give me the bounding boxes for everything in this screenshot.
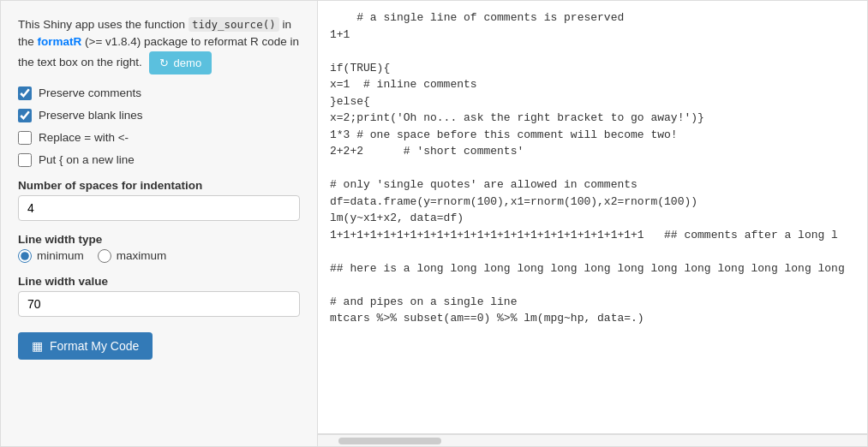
line-width-value-label: Line width value	[18, 275, 300, 288]
right-panel: # a single line of comments is preserved…	[318, 1, 867, 446]
radio-maximum[interactable]: maximum	[98, 249, 167, 263]
checkbox-put-brace[interactable]: Put { on a new line	[18, 153, 300, 167]
checkbox-preserve-blank[interactable]: Preserve blank lines	[18, 109, 300, 122]
checkbox-replace-equals-label: Replace = with <-	[39, 131, 129, 144]
radio-minimum[interactable]: minimum	[18, 249, 84, 263]
demo-label: demo	[174, 57, 202, 69]
app-container: This Shiny app uses the function tidy_so…	[0, 0, 868, 447]
line-width-type-section: Line width type minimum maximum	[18, 233, 300, 263]
radio-group: minimum maximum	[18, 249, 300, 263]
checkbox-put-brace-label: Put { on a new line	[39, 153, 135, 166]
horizontal-scrollbar[interactable]	[338, 438, 441, 444]
indentation-label: Number of spaces for indentation	[18, 179, 300, 192]
format-btn-label: Format My Code	[50, 339, 139, 353]
refresh-icon: ↻	[159, 57, 169, 69]
scrollbar-area	[318, 434, 867, 446]
demo-button[interactable]: ↻ demo	[149, 51, 213, 74]
radio-minimum-label: minimum	[37, 249, 84, 262]
formatr-link[interactable]: formatR	[38, 35, 82, 48]
line-width-value-section: Line width value	[18, 275, 300, 317]
checkbox-put-brace-input[interactable]	[18, 153, 32, 167]
radio-maximum-input[interactable]	[98, 249, 111, 263]
desc-part1: This Shiny app uses the function	[18, 18, 189, 31]
checkbox-preserve-comments-label: Preserve comments	[39, 86, 141, 99]
line-width-type-label: Line width type	[18, 233, 300, 246]
description-text: This Shiny app uses the function tidy_so…	[18, 16, 300, 74]
radio-minimum-input[interactable]	[18, 249, 32, 263]
left-panel: This Shiny app uses the function tidy_so…	[1, 1, 318, 446]
format-my-code-button[interactable]: ▦ Format My Code	[18, 332, 153, 360]
line-width-value-input[interactable]	[18, 291, 300, 317]
tidy-source-code: tidy_source()	[189, 17, 279, 32]
code-textarea[interactable]: # a single line of comments is preserved…	[318, 1, 867, 434]
checkbox-preserve-comments-input[interactable]	[18, 86, 32, 100]
checkbox-preserve-blank-input[interactable]	[18, 109, 32, 122]
checkbox-replace-equals-input[interactable]	[18, 131, 32, 145]
checkbox-preserve-blank-label: Preserve blank lines	[39, 109, 143, 122]
radio-maximum-label: maximum	[117, 249, 167, 262]
indentation-section: Number of spaces for indentation	[18, 179, 300, 221]
checkbox-replace-equals[interactable]: Replace = with <-	[18, 131, 300, 145]
indentation-input[interactable]	[18, 195, 300, 221]
checkbox-preserve-comments[interactable]: Preserve comments	[18, 86, 300, 100]
table-icon: ▦	[32, 339, 43, 353]
checkbox-group: Preserve comments Preserve blank lines R…	[18, 86, 300, 167]
